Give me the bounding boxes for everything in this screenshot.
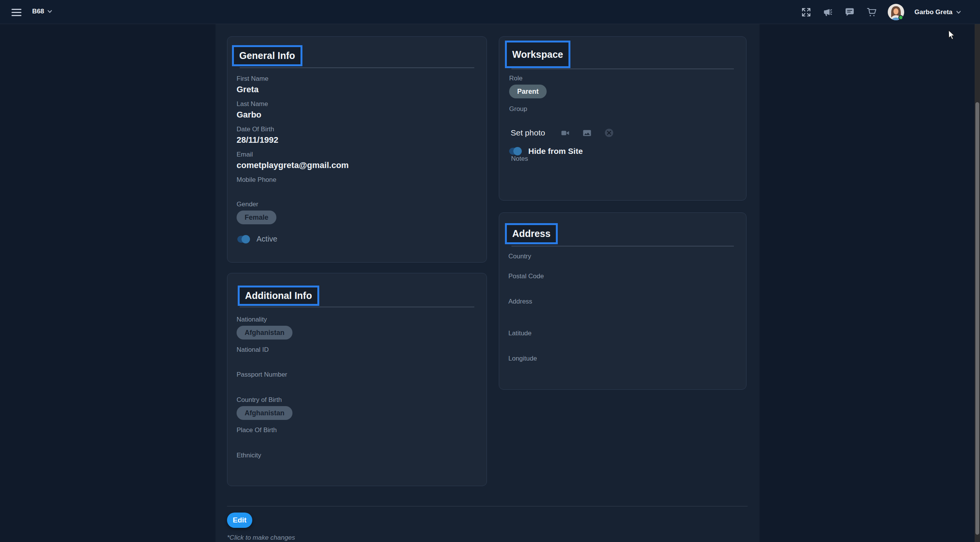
nationality-chip: Afghanistan (237, 326, 292, 340)
chevron-down-icon (47, 9, 52, 14)
field-country-of-birth: Country of Birth Afghanistan (237, 396, 477, 420)
set-photo-row: Set photo (511, 127, 625, 139)
general-info-title-highlight: General Info (232, 45, 302, 66)
workspace-selector[interactable]: B68 (32, 8, 52, 15)
chat-icon[interactable] (844, 7, 856, 18)
field-passport-number: Passport Number (237, 371, 477, 390)
notes-label: Notes (511, 155, 528, 163)
additional-info-card: Additional Info Nationality Afghanistan … (227, 273, 487, 486)
active-toggle[interactable]: Active (237, 235, 277, 243)
edit-footnote: *Click to make changes (227, 534, 295, 542)
address-title-highlight: Address (505, 223, 558, 244)
additional-info-title-highlight: Additional Info (238, 286, 319, 306)
mouse-cursor (948, 30, 957, 40)
toggle-switch-on[interactable] (509, 147, 522, 155)
divider (511, 69, 734, 69)
address-card: Address Country Postal Code Address Lati… (499, 212, 746, 390)
hide-from-site-toggle[interactable]: Hide from Site (509, 147, 583, 156)
topbar-actions: Garbo Greta (800, 0, 961, 24)
footer-divider (227, 506, 748, 506)
toggle-label: Active (256, 235, 277, 243)
section-title: General Info (239, 50, 295, 61)
field-email: Email cometplaygreta@gmail.com (237, 151, 477, 170)
hamburger-menu-icon[interactable] (11, 7, 25, 18)
scrollbar-thumb[interactable] (975, 102, 979, 535)
field-address: Address (508, 298, 737, 305)
country-of-birth-chip: Afghanistan (237, 406, 292, 420)
section-title: Address (512, 228, 550, 239)
field-gender: Gender Female (237, 201, 477, 224)
avatar[interactable] (888, 4, 904, 20)
role-chip: Parent (509, 85, 547, 98)
section-title: Workspace (512, 49, 563, 60)
online-status-dot (898, 15, 903, 20)
set-photo-label: Set photo (511, 128, 545, 137)
field-first-name: First Name Greta (237, 75, 477, 95)
toggle-switch-on[interactable] (237, 235, 250, 243)
field-role: Role Parent (509, 75, 737, 98)
general-info-card: General Info First Name Greta Last Name … (227, 36, 487, 263)
divider (240, 307, 474, 307)
field-country: Country (508, 253, 737, 260)
edit-button[interactable]: Edit (227, 513, 252, 528)
field-postal-code: Postal Code (508, 273, 737, 280)
section-title: Additional Info (245, 290, 312, 301)
workspace-selector-label: B68 (32, 8, 44, 15)
image-icon[interactable] (581, 127, 593, 139)
divider (240, 67, 474, 68)
cart-icon[interactable] (866, 7, 877, 18)
content-panel: General Info First Name Greta Last Name … (216, 24, 760, 542)
megaphone-icon[interactable] (822, 7, 834, 18)
user-menu[interactable]: Garbo Greta (915, 8, 961, 16)
divider (511, 246, 734, 247)
field-longitude: Longitude (508, 355, 737, 362)
field-ethnicity: Ethnicity (237, 452, 477, 471)
field-last-name: Last Name Garbo (237, 100, 477, 120)
workspace-title-highlight: Workspace (505, 41, 570, 68)
toggle-label: Hide from Site (528, 147, 583, 156)
field-nationality: Nationality Afghanistan (237, 316, 477, 340)
topbar: B68 (0, 0, 980, 24)
profile-page: B68 (0, 0, 980, 542)
field-mobile-phone: Mobile Phone (237, 176, 477, 196)
field-date-of-birth: Date Of Birth 28/11/1992 (237, 126, 477, 145)
gender-chip: Female (237, 211, 276, 224)
field-national-id: National ID (237, 346, 477, 366)
user-name: Garbo Greta (915, 8, 952, 16)
fullscreen-icon[interactable] (800, 7, 812, 18)
field-latitude: Latitude (508, 330, 737, 337)
workspace-card: Workspace Role Parent Group Set photo (499, 36, 746, 201)
field-place-of-birth: Place Of Birth (237, 426, 477, 446)
chevron-down-icon (956, 10, 961, 15)
scrollbar-track[interactable] (975, 24, 980, 542)
field-group: Group (509, 105, 737, 125)
clear-circle-icon[interactable] (603, 127, 615, 139)
video-camera-icon[interactable] (560, 127, 571, 139)
